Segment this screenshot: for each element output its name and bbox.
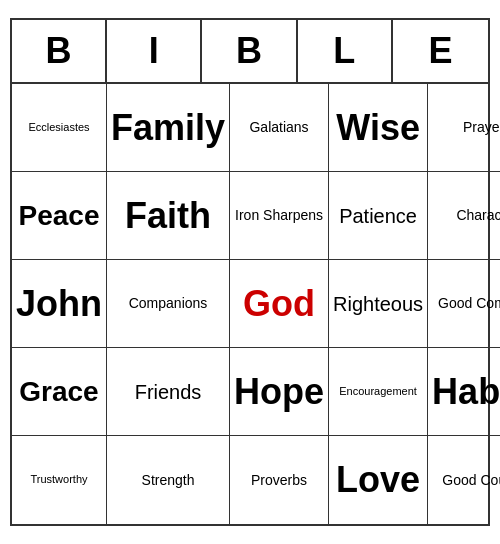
bingo-cell-7: Iron Sharpens <box>230 172 329 260</box>
bingo-cell-21: Strength <box>107 436 230 524</box>
bingo-grid: EcclesiastesFamilyGalatiansWisePrayersPe… <box>12 84 488 524</box>
header-letter-l-3: L <box>298 20 393 82</box>
bingo-cell-14: Good Company <box>428 260 500 348</box>
bingo-cell-16: Friends <box>107 348 230 436</box>
header-letter-b-2: B <box>202 20 297 82</box>
bingo-cell-19: Habits <box>428 348 500 436</box>
bingo-cell-22: Proverbs <box>230 436 329 524</box>
bingo-cell-18: Encouragement <box>329 348 428 436</box>
bingo-cell-4: Prayers <box>428 84 500 172</box>
bingo-cell-10: John <box>12 260 107 348</box>
header-letter-i-1: I <box>107 20 202 82</box>
bingo-cell-8: Patience <box>329 172 428 260</box>
bingo-cell-3: Wise <box>329 84 428 172</box>
bingo-cell-24: Good Counsel <box>428 436 500 524</box>
header-letter-e-4: E <box>393 20 488 82</box>
bingo-cell-15: Grace <box>12 348 107 436</box>
header-letter-b-0: B <box>12 20 107 82</box>
bingo-cell-6: Faith <box>107 172 230 260</box>
bingo-cell-20: Trustworthy <box>12 436 107 524</box>
bingo-cell-17: Hope <box>230 348 329 436</box>
bingo-cell-11: Companions <box>107 260 230 348</box>
bingo-cell-1: Family <box>107 84 230 172</box>
bingo-cell-5: Peace <box>12 172 107 260</box>
bingo-cell-12: God <box>230 260 329 348</box>
bingo-card: BIBLE EcclesiastesFamilyGalatiansWisePra… <box>10 18 490 526</box>
bingo-cell-0: Ecclesiastes <box>12 84 107 172</box>
bingo-header: BIBLE <box>12 20 488 84</box>
bingo-cell-23: Love <box>329 436 428 524</box>
bingo-cell-9: Character <box>428 172 500 260</box>
bingo-cell-13: Righteous <box>329 260 428 348</box>
bingo-cell-2: Galatians <box>230 84 329 172</box>
